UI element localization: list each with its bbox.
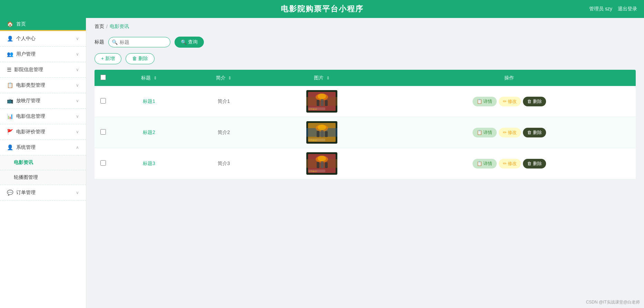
batch-delete-button[interactable]: 🗑 删除 [126, 53, 155, 64]
sidebar-item-review-mgmt[interactable]: 🚩 电影评价管理 ∨ [0, 124, 86, 140]
row-actions-2: 📋 详情 ✏ 修改 🗑 删除 [383, 117, 636, 148]
row-desc-2: 简介2 [186, 117, 261, 148]
chevron-down-icon: ∨ [76, 98, 79, 103]
sidebar-item-hall-mgmt[interactable]: 📺 放映厅管理 ∨ [0, 93, 86, 109]
review-icon: 🚩 [7, 129, 13, 135]
svg-point-14 [318, 125, 326, 130]
svg-rect-7 [325, 100, 328, 106]
main-layout: 🏠 首页 👤 个人中心 ∨ 👥 用户管理 ∨ ☰ 影院信息管理 ∨ [0, 18, 644, 308]
row-checkbox-3[interactable] [100, 160, 106, 166]
row-checkbox-2[interactable] [100, 129, 106, 135]
order-label: 订单管理 [16, 190, 36, 196]
detail-button-3[interactable]: 📋 详情 [473, 159, 497, 169]
svg-point-4 [318, 94, 326, 99]
row-desc-1: 简介1 [186, 86, 261, 117]
sidebar-item-type-mgmt[interactable]: 📋 电影类型管理 ∨ [0, 78, 86, 93]
action-bar: + 新增 🗑 删除 [95, 53, 636, 64]
chevron-down-icon: ∨ [76, 67, 79, 72]
svg-rect-27 [325, 162, 328, 168]
sidebar: 🏠 首页 👤 个人中心 ∨ 👥 用户管理 ∨ ☰ 影院信息管理 ∨ [0, 18, 86, 308]
row-title-2[interactable]: 标题2 [112, 117, 186, 148]
sidebar-item-movie-mgmt[interactable]: 📊 电影信息管理 ∨ [0, 109, 86, 124]
sidebar-item-user-mgmt[interactable]: 👥 用户管理 ∨ [0, 47, 86, 62]
chevron-down-icon: ∨ [76, 129, 79, 134]
table-row: 标题2简介2 打平烽火2 [95, 117, 636, 148]
table-header-title: 标题 ⇕ [112, 70, 186, 86]
edit-button-2[interactable]: ✏ 修改 [499, 128, 521, 137]
sys-label: 系统管理 [16, 144, 36, 151]
chevron-down-icon: ∨ [76, 83, 79, 88]
type-label: 电影类型管理 [16, 82, 45, 88]
search-btn-label: 查询 [188, 39, 198, 45]
breadcrumb-home[interactable]: 首页 [95, 23, 104, 30]
type-icon: 📋 [7, 82, 13, 88]
svg-rect-15 [317, 131, 319, 137]
movie-label: 电影信息管理 [16, 113, 45, 119]
submenu-item-banner-mgmt[interactable]: 轮播图管理 [0, 170, 86, 185]
user-mgmt-label: 用户管理 [16, 51, 36, 57]
edit-button-3[interactable]: ✏ 修改 [499, 159, 521, 169]
row-title-1[interactable]: 标题1 [112, 86, 186, 117]
edit-button-1[interactable]: ✏ 修改 [499, 97, 521, 106]
table-row: 标题3简介3 打平烽火2 [95, 148, 636, 179]
breadcrumb: 首页 / 电影资讯 [95, 23, 636, 30]
movie-poster-1: 打平烽火2 [306, 90, 337, 113]
svg-point-24 [318, 156, 326, 161]
search-input-wrap: 🔍 [108, 37, 170, 47]
svg-rect-16 [321, 130, 324, 137]
sort-image-icon[interactable]: ⇕ [326, 76, 330, 80]
col-title-label: 标题 [141, 75, 151, 80]
sort-title-icon[interactable]: ⇕ [153, 76, 157, 80]
col-image-label: 图片 [314, 75, 324, 80]
main-content: 首页 / 电影资讯 标题 🔍 🔍 查询 + 新增 🗑 删除 [86, 18, 644, 308]
row-actions-1: 📋 详情 ✏ 修改 🗑 删除 [383, 86, 636, 117]
sidebar-item-order-mgmt[interactable]: 💬 订单管理 ∨ [0, 185, 86, 201]
delete-button-1[interactable]: 🗑 删除 [523, 97, 546, 106]
table-header-image: 图片 ⇕ [261, 70, 383, 86]
row-title-3[interactable]: 标题3 [112, 148, 186, 179]
detail-button-1[interactable]: 📋 详情 [473, 97, 497, 106]
personal-icon: 👤 [7, 36, 13, 42]
app-header: 电影院购票平台小程序 管理员 szy 退出登录 [0, 0, 644, 18]
sidebar-item-personal[interactable]: 👤 个人中心 ∨ [0, 31, 86, 47]
detail-button-2[interactable]: 📋 详情 [473, 128, 497, 137]
svg-rect-26 [321, 161, 324, 168]
sidebar-item-cinema-mgmt[interactable]: ☰ 影院信息管理 ∨ [0, 62, 86, 78]
delete-button-3[interactable]: 🗑 删除 [523, 159, 546, 169]
sidebar-home-item[interactable]: 🏠 首页 [0, 18, 86, 31]
svg-rect-17 [325, 131, 328, 137]
svg-text:打平烽火2: 打平烽火2 [309, 170, 317, 172]
logout-button[interactable]: 退出登录 [618, 6, 637, 12]
table-header-row: 标题 ⇕ 简介 ⇕ 图片 ⇕ 操作 [95, 70, 636, 86]
cinema-label: 影院信息管理 [14, 67, 43, 73]
row-image-2: 打平烽火2 [261, 117, 383, 148]
row-actions-3: 📋 详情 ✏ 修改 🗑 删除 [383, 148, 636, 179]
add-button[interactable]: + 新增 [95, 53, 121, 64]
search-input[interactable] [108, 37, 170, 47]
footer-note: CSDN @IT实战课堂@白老师 [586, 299, 640, 305]
row-checkbox-1[interactable] [100, 98, 106, 104]
sort-desc-icon[interactable]: ⇕ [228, 76, 231, 80]
movie-poster-2: 打平烽火2 [306, 121, 337, 144]
row-image-1: 打平烽火2 [261, 86, 383, 117]
admin-name: 管理员 szy [589, 6, 612, 12]
data-table: 标题 ⇕ 简介 ⇕ 图片 ⇕ 操作 [95, 70, 636, 179]
home-icon: 🏠 [7, 21, 13, 27]
breadcrumb-current: 电影资讯 [110, 23, 129, 30]
delete-button-2[interactable]: 🗑 删除 [523, 128, 546, 137]
submenu-item-movie-news[interactable]: 电影资讯 [0, 155, 86, 170]
hall-icon: 📺 [7, 98, 13, 104]
select-all-checkbox[interactable] [100, 75, 106, 80]
search-button[interactable]: 🔍 查询 [175, 37, 204, 48]
chevron-up-icon: ∧ [76, 145, 79, 150]
table-header-actions: 操作 [383, 70, 636, 86]
sidebar-item-sys-mgmt[interactable]: 👤 系统管理 ∧ [0, 140, 86, 155]
content-area: 首页 / 电影资讯 标题 🔍 🔍 查询 + 新增 🗑 删除 [86, 18, 644, 185]
chevron-down-icon: ∨ [76, 36, 79, 41]
banner-label: 轮播图管理 [14, 174, 38, 180]
row-image-3: 打平烽火2 [261, 148, 383, 179]
table-header-desc: 简介 ⇕ [186, 70, 261, 86]
svg-rect-5 [317, 100, 319, 106]
search-icon: 🔍 [112, 39, 118, 45]
svg-text:打平烽火2: 打平烽火2 [309, 139, 317, 141]
